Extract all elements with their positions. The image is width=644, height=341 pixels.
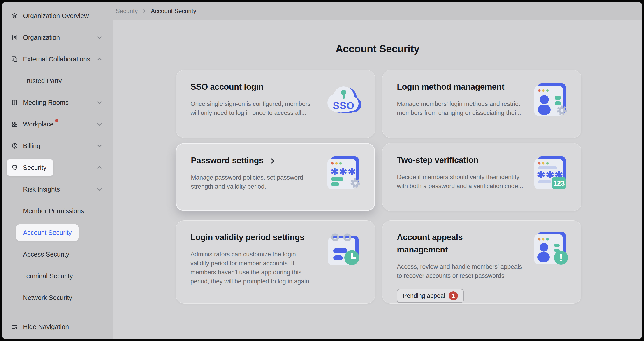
pending-appeal-count-badge: 1 [449,291,458,300]
app-window: Organization Overview Organization Exter… [2,2,642,339]
sidebar-item-account-security[interactable]: Account Security [2,222,113,243]
sidebar-item-security[interactable]: Security [2,157,113,178]
sidebar: Organization Overview Organization Exter… [2,2,113,339]
chevron-right-icon [142,8,147,14]
chevron-down-icon [96,99,103,106]
breadcrumb: Security Account Security [116,2,196,20]
sidebar-item-access-security[interactable]: Access Security [2,243,113,265]
sidebar-item-label: Member Permissions [23,207,84,215]
sidebar-item-billing[interactable]: Billing [2,135,113,157]
sidebar-item-risk-insights[interactable]: Risk Insights [2,178,113,200]
layers-icon [11,13,18,19]
sidebar-item-organization[interactable]: Organization [2,27,113,48]
breadcrumb-parent[interactable]: Security [116,8,138,15]
sidebar-item-label: Network Security [23,294,72,301]
chevron-down-icon [96,186,103,193]
sidebar-item-label: Terminal Security [23,272,73,280]
collapse-sidebar-icon [11,323,18,330]
grid-icon [11,121,18,128]
appeal-alert-icon: ! [531,231,570,267]
sidebar-item-label: External Collaborations [23,56,90,63]
password-gear-icon: ✱✱✱ [324,155,363,191]
login-method-icon [531,82,570,118]
sidebar-item-label: Workplace [23,121,54,128]
card-password-settings[interactable]: Password settings Manage password polici… [176,143,375,211]
dollar-circle-icon [11,143,18,149]
sidebar-item-workplace[interactable]: Workplace [2,113,113,135]
sidebar-item-label: Billing [23,142,40,150]
hide-navigation-label: Hide Navigation [23,323,69,330]
sidebar-item-label: Access Security [23,251,69,258]
card-divider [397,284,569,284]
chevron-right-icon [268,157,276,165]
main-panel: Account Security SSO account login Once … [113,20,642,339]
svg-text:!: ! [559,252,563,263]
sidebar-footer: Hide Navigation [9,317,108,336]
chevron-up-icon [96,164,103,171]
address-book-icon [11,34,18,41]
sidebar-item-label: Organization Overview [23,12,89,20]
overlapping-squares-icon [11,56,18,63]
shield-check-icon [11,164,18,171]
sidebar-item-label: Organization [23,34,60,41]
card-login-validity-period-settings[interactable]: Login validity period settings Administr… [176,220,375,303]
calendar-clock-icon [325,231,364,267]
card-sso-account-login[interactable]: SSO account login Once single sign-on is… [176,70,375,138]
page-title: Account Security [113,43,642,55]
hide-navigation-button[interactable]: Hide Navigation [9,317,108,336]
sidebar-item-external-collaborations[interactable]: External Collaborations [2,48,113,70]
sidebar-item-label: Risk Insights [23,186,60,193]
sidebar-item-member-permissions[interactable]: Member Permissions [2,200,113,222]
breadcrumb-current: Account Security [151,8,196,15]
chevron-down-icon [96,121,103,128]
security-active-pill: Security [7,159,53,176]
sidebar-item-label: Meeting Rooms [23,99,68,106]
chevron-up-icon [96,56,103,63]
sidebar-item-label: Security [23,164,46,171]
sidebar-item-network-security[interactable]: Network Security [2,287,113,308]
sidebar-item-trusted-party[interactable]: Trusted Party [2,70,113,92]
cards-row-2: Password settings Manage password polici… [176,143,582,211]
cards-row-1: SSO account login Once single sign-on is… [176,70,582,138]
door-icon [11,99,18,106]
sidebar-item-terminal-security[interactable]: Terminal Security [2,265,113,287]
two-step-123-icon: ✱✱✱ 123 [531,155,570,192]
notification-dot [55,119,58,122]
sidebar-item-organization-overview[interactable]: Organization Overview [2,5,113,27]
chevron-down-icon [96,143,103,149]
chevron-down-icon [96,34,103,41]
svg-text:123: 123 [553,179,565,187]
sidebar-nav: Organization Overview Organization Exter… [2,2,113,308]
svg-text:✱✱✱: ✱✱✱ [330,166,356,177]
card-account-appeals-management[interactable]: Account appeals management Access, revie… [382,220,582,303]
account-security-selected-pill: Account Security [16,224,78,241]
cards-grid: SSO account login Once single sign-on is… [176,70,582,303]
cards-row-3: Login validity period settings Administr… [176,220,582,303]
card-two-step-verification[interactable]: Two-step verification Decide if members … [382,143,582,211]
sidebar-item-meeting-rooms[interactable]: Meeting Rooms [2,92,113,113]
sidebar-item-label: Account Security [23,229,72,236]
pending-appeal-label: Pending appeal [403,292,445,299]
sso-cloud-icon: SSO [323,82,364,116]
card-login-method-management[interactable]: Login method management Manage members' … [382,70,582,138]
sidebar-item-label: Trusted Party [23,77,62,85]
svg-text:SSO: SSO [333,100,354,111]
pending-appeal-button[interactable]: Pending appeal 1 [397,289,464,303]
